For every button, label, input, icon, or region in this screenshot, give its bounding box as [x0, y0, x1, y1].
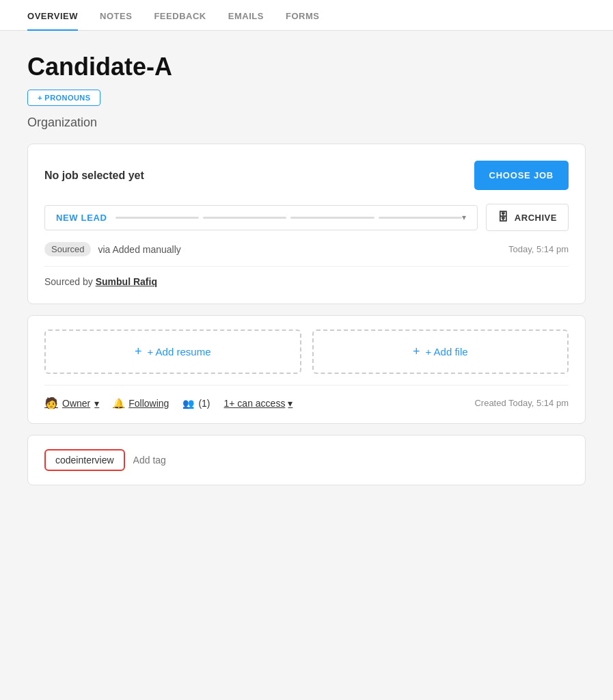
access-button[interactable]: 1+ can access ▾ [224, 398, 293, 409]
organization-label: Organization [27, 116, 586, 130]
add-tag-input[interactable] [133, 455, 569, 466]
tabs-bar: OVERVIEW NOTES FEEDBACK EMAILS FORMS [0, 0, 613, 31]
sourced-by-prefix: Sourced by [44, 276, 93, 287]
tab-feedback[interactable]: FEEDBACK [154, 0, 206, 31]
archive-icon: 🗄 [498, 211, 509, 224]
sourced-row: Sourced via Added manually Today, 5:14 p… [44, 242, 569, 267]
stage-dot-3 [290, 217, 374, 219]
archive-button[interactable]: 🗄 ARCHIVE [486, 204, 569, 231]
sourced-by-link[interactable]: Sumbul Rafiq [96, 276, 157, 287]
sourced-badge: Sourced [44, 242, 91, 256]
tab-emails[interactable]: EMAILS [228, 0, 264, 31]
add-resume-label: + Add resume [148, 346, 211, 358]
stage-dot-4 [379, 217, 462, 219]
access-chevron-icon: ▾ [288, 398, 292, 409]
pronouns-button[interactable]: + PRONOUNS [27, 90, 100, 106]
following-button[interactable]: 🔔 Following [113, 398, 169, 409]
plus-icon-file: + [413, 345, 420, 359]
owner-button[interactable]: 🧑 Owner ▾ [44, 396, 99, 409]
following-label: Following [128, 398, 169, 409]
tags-section: codeinterview [27, 435, 586, 485]
job-card: No job selected yet CHOOSE JOB NEW LEAD … [27, 144, 586, 304]
divider [44, 385, 569, 386]
job-card-header: No job selected yet CHOOSE JOB [44, 161, 569, 190]
tab-notes[interactable]: NOTES [100, 0, 132, 31]
add-file-button[interactable]: + + Add file [312, 329, 569, 374]
stage-dot-1 [115, 217, 199, 219]
choose-job-button[interactable]: CHOOSE JOB [474, 161, 569, 190]
no-job-text: No job selected yet [44, 170, 144, 182]
stage-label: NEW LEAD [56, 213, 107, 223]
tag-label: codeinterview [55, 455, 114, 466]
tab-forms[interactable]: FORMS [286, 0, 320, 31]
stage-select[interactable]: NEW LEAD ▾ [44, 205, 478, 230]
stage-dot-2 [203, 217, 286, 219]
created-text: Created Today, 5:14 pm [474, 398, 569, 408]
owner-emoji-icon: 🧑 [44, 396, 58, 409]
tag-codeinterview[interactable]: codeinterview [44, 449, 125, 471]
followers-count: (1) [198, 398, 210, 409]
upload-row: + + Add resume + + Add file [44, 329, 569, 374]
sourced-left: Sourced via Added manually [44, 242, 181, 256]
stage-row: NEW LEAD ▾ 🗄 ARCHIVE [44, 204, 569, 231]
tab-overview[interactable]: OVERVIEW [27, 0, 78, 31]
footer-row: 🧑 Owner ▾ 🔔 Following 👥 (1) 1+ can acces… [44, 394, 569, 409]
followers-person-icon: 👥 [182, 398, 194, 409]
bell-icon: 🔔 [113, 398, 124, 409]
followers-button[interactable]: 👥 (1) [182, 398, 210, 409]
candidate-name: Candidate-A [27, 53, 586, 81]
sourced-via-text: via Added manually [98, 244, 180, 255]
access-label: 1+ can access [224, 398, 286, 409]
stage-chevron-icon: ▾ [462, 213, 466, 222]
add-file-label: + Add file [425, 346, 467, 358]
archive-label: ARCHIVE [515, 213, 557, 223]
upload-card: + + Add resume + + Add file 🧑 Owner ▾ 🔔 … [27, 315, 586, 424]
stage-progress-dots [115, 217, 463, 219]
add-resume-button[interactable]: + + Add resume [44, 329, 301, 374]
owner-label: Owner [62, 398, 90, 409]
owner-chevron-icon: ▾ [94, 398, 99, 409]
plus-icon-resume: + [135, 345, 142, 359]
sourced-time: Today, 5:14 pm [508, 244, 569, 254]
sourced-by-row: Sourced by Sumbul Rafiq [44, 276, 569, 287]
